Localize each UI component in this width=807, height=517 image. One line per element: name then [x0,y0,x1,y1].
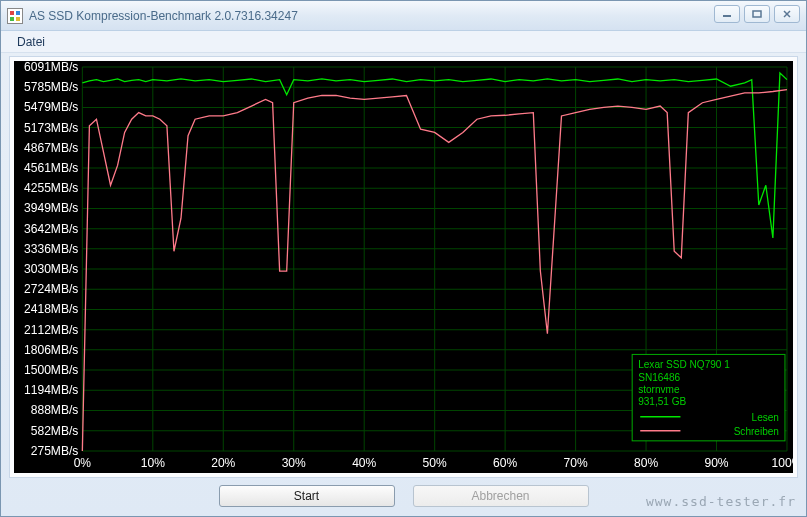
svg-text:888MB/s: 888MB/s [31,403,79,417]
menu-file[interactable]: Datei [9,33,53,51]
svg-text:stornvme: stornvme [638,384,680,395]
svg-text:100%: 100% [772,456,793,470]
menubar: Datei [1,31,806,53]
app-icon [7,8,23,24]
svg-text:3030MB/s: 3030MB/s [24,262,78,276]
svg-text:5479MB/s: 5479MB/s [24,100,78,114]
svg-text:40%: 40% [352,456,376,470]
svg-text:3336MB/s: 3336MB/s [24,242,78,256]
svg-text:931,51 GB: 931,51 GB [638,396,686,407]
svg-text:Lesen: Lesen [752,412,779,423]
window-title: AS SSD Kompression-Benchmark 2.0.7316.34… [29,9,298,23]
svg-text:1194MB/s: 1194MB/s [24,383,78,397]
maximize-button[interactable] [744,5,770,23]
svg-text:90%: 90% [704,456,728,470]
svg-text:4561MB/s: 4561MB/s [24,161,78,175]
svg-text:0%: 0% [74,456,92,470]
svg-text:2724MB/s: 2724MB/s [24,282,78,296]
svg-text:Schreiben: Schreiben [734,426,779,437]
start-button[interactable]: Start [219,485,395,507]
app-window: AS SSD Kompression-Benchmark 2.0.7316.34… [0,0,807,517]
svg-text:2418MB/s: 2418MB/s [24,302,78,316]
svg-text:50%: 50% [423,456,447,470]
watermark: www.ssd-tester.fr [646,494,796,509]
svg-text:Lexar SSD NQ790 1: Lexar SSD NQ790 1 [638,359,730,370]
svg-text:1806MB/s: 1806MB/s [24,343,78,357]
svg-text:6091MB/s: 6091MB/s [24,61,78,74]
svg-text:1500MB/s: 1500MB/s [24,363,78,377]
svg-text:2112MB/s: 2112MB/s [24,323,78,337]
svg-text:5785MB/s: 5785MB/s [24,80,78,94]
svg-text:70%: 70% [564,456,588,470]
svg-text:SN16486: SN16486 [638,372,680,383]
window-controls [714,5,800,23]
svg-text:60%: 60% [493,456,517,470]
svg-text:3949MB/s: 3949MB/s [24,201,78,215]
svg-text:275MB/s: 275MB/s [31,444,79,458]
cancel-button: Abbrechen [413,485,589,507]
svg-text:3642MB/s: 3642MB/s [24,222,78,236]
svg-rect-1 [753,11,761,17]
svg-text:582MB/s: 582MB/s [31,424,79,438]
svg-text:80%: 80% [634,456,658,470]
svg-text:10%: 10% [141,456,165,470]
minimize-button[interactable] [714,5,740,23]
svg-text:4255MB/s: 4255MB/s [24,181,78,195]
close-button[interactable] [774,5,800,23]
svg-text:4867MB/s: 4867MB/s [24,141,78,155]
client-area: 6091MB/s5785MB/s5479MB/s5173MB/s4867MB/s… [9,56,798,478]
titlebar: AS SSD Kompression-Benchmark 2.0.7316.34… [1,1,806,31]
svg-text:20%: 20% [211,456,235,470]
compression-chart: 6091MB/s5785MB/s5479MB/s5173MB/s4867MB/s… [14,61,793,473]
svg-text:5173MB/s: 5173MB/s [24,121,78,135]
svg-text:30%: 30% [282,456,306,470]
